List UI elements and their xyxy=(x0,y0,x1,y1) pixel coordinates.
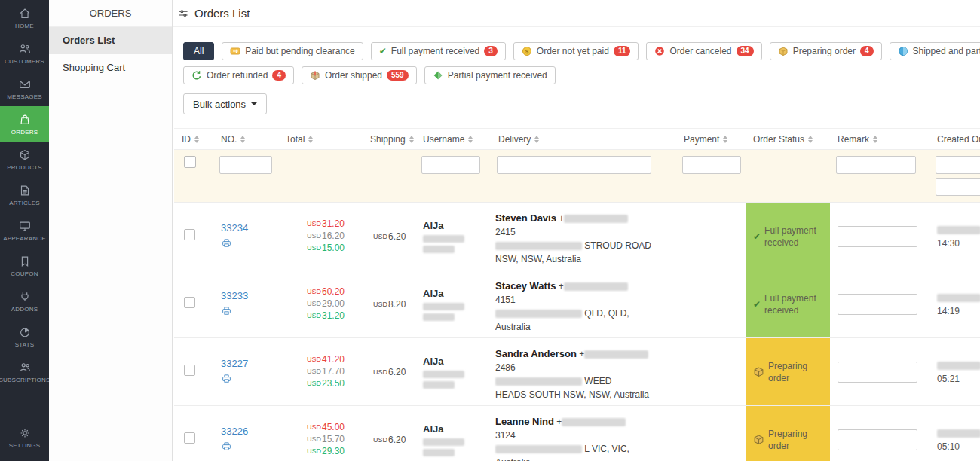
print-icon[interactable] xyxy=(221,237,277,252)
filter-all-button[interactable]: All xyxy=(183,42,214,60)
col-delivery[interactable]: Delivery xyxy=(491,129,676,150)
redacted-address xyxy=(495,310,582,318)
filter-preparing-button[interactable]: Preparing order 4 xyxy=(770,42,882,60)
total-cell: USD45.00 USD15.70 USD29.30 xyxy=(278,406,363,461)
filter-delivery-input[interactable] xyxy=(497,156,651,174)
sidebar-item-customers[interactable]: CUSTOMERS xyxy=(0,35,49,71)
package-icon xyxy=(778,46,789,56)
chevron-down-icon xyxy=(251,102,257,105)
coupon-icon xyxy=(18,255,32,268)
customers-icon xyxy=(18,42,32,56)
print-icon[interactable] xyxy=(221,441,277,455)
print-icon[interactable] xyxy=(221,305,277,319)
col-remark[interactable]: Remark xyxy=(830,129,929,150)
submenu-item-orders-list[interactable]: Orders List xyxy=(49,27,172,54)
check-icon: ✔ xyxy=(753,298,761,310)
filter-created-to-input[interactable] xyxy=(936,178,980,196)
sidebar-item-addons[interactable]: ADDONS xyxy=(0,283,49,319)
main-content: Orders List All Paid but pending clearan… xyxy=(173,0,980,461)
col-order-status[interactable]: Order Status xyxy=(746,129,830,150)
sidebar-label: ORDERS xyxy=(11,129,38,136)
select-all-checkbox[interactable] xyxy=(184,156,196,168)
filter-shipped-button[interactable]: Order shipped 559 xyxy=(302,66,417,84)
redacted-text xyxy=(423,303,464,310)
filter-partial-payment-button[interactable]: Partial payment received xyxy=(424,66,556,84)
col-created-on[interactable]: Created On xyxy=(929,129,980,150)
postcode: 2415 xyxy=(495,225,675,239)
articles-icon xyxy=(18,184,32,197)
sort-icon xyxy=(723,136,727,143)
sidebar-item-orders[interactable]: ORDERS xyxy=(0,106,49,142)
gear-icon xyxy=(18,426,32,440)
orders-list-icon xyxy=(177,8,189,20)
remark-input[interactable] xyxy=(838,429,917,450)
main-sidebar: HOME CUSTOMERS MESSAGES ORDERS PRODUCTS … xyxy=(0,0,49,461)
sidebar-item-stats[interactable]: STATS xyxy=(0,319,49,354)
filter-refunded-button[interactable]: Order refunded 4 xyxy=(183,66,294,84)
sidebar-item-subscriptions[interactable]: SUBSCRIPTIONS xyxy=(0,354,49,389)
col-total[interactable]: Total xyxy=(278,129,363,150)
sidebar-item-products[interactable]: PRODUCTS xyxy=(0,142,49,177)
filter-created-from-input[interactable] xyxy=(936,156,980,174)
order-number-link[interactable]: 33226 xyxy=(221,426,248,437)
app-window: HOME CUSTOMERS MESSAGES ORDERS PRODUCTS … xyxy=(0,0,980,461)
order-number-link[interactable]: 33227 xyxy=(221,358,248,369)
created-on-cell: 05:21 xyxy=(929,338,980,406)
col-shipping[interactable]: Shipping xyxy=(363,129,415,150)
sidebar-item-appearance[interactable]: APPEARANCE xyxy=(0,212,49,248)
count-badge: 34 xyxy=(737,46,754,56)
remark-input[interactable] xyxy=(838,294,917,315)
refund-icon xyxy=(191,70,202,81)
filter-shipped-partial-refund-button[interactable]: Shipped and partially refunded xyxy=(890,42,980,60)
sidebar-item-articles[interactable]: ARTICLES xyxy=(0,177,49,212)
col-no[interactable]: NO. xyxy=(213,129,278,150)
col-username[interactable]: Username xyxy=(415,129,491,150)
filter-not-yet-paid-button[interactable]: $ Order not yet paid 11 xyxy=(513,42,639,60)
filter-username-input[interactable] xyxy=(421,156,480,174)
print-icon[interactable] xyxy=(221,373,277,387)
filter-remark-input[interactable] xyxy=(836,156,916,174)
delivery-cell: Stacey Watts + 4151 QLD, QLD, Australia xyxy=(491,270,676,338)
package-icon xyxy=(753,434,764,445)
shipping-cell: USD6.20 xyxy=(363,203,415,270)
redacted-date xyxy=(937,294,980,302)
username: AlJa xyxy=(423,356,490,367)
package-icon xyxy=(753,366,764,377)
row-checkbox[interactable] xyxy=(184,229,195,240)
filter-canceled-button[interactable]: Order canceled 34 xyxy=(646,42,761,60)
orders-submenu: ORDERS Orders List Shopping Cart xyxy=(49,0,173,461)
order-status-cell: ✔ Full payment received xyxy=(746,270,830,337)
submenu-item-shopping-cart[interactable]: Shopping Cart xyxy=(49,54,172,81)
filter-payment-input[interactable] xyxy=(682,156,741,174)
username-cell: AlJa xyxy=(415,338,491,406)
created-time: 14:30 xyxy=(937,237,980,250)
region: NSW, NSW, Australia xyxy=(495,252,675,266)
messages-icon xyxy=(18,78,32,91)
order-number-link[interactable]: 33233 xyxy=(221,290,248,301)
bulk-actions-button[interactable]: Bulk actions xyxy=(183,93,267,114)
sidebar-label: ADDONS xyxy=(11,306,38,313)
sidebar-item-messages[interactable]: MESSAGES xyxy=(0,71,49,106)
remark-input[interactable] xyxy=(838,226,917,247)
row-checkbox[interactable] xyxy=(184,432,195,444)
order-number-link[interactable]: 33234 xyxy=(221,222,248,234)
recipient-name: Leanne Nind xyxy=(495,416,554,427)
remark-input[interactable] xyxy=(838,362,917,383)
created-time: 14:19 xyxy=(937,304,980,318)
order-row: 33234 USD31.20 USD16.20 USD15.00 USD6.20… xyxy=(174,203,980,270)
filter-full-payment-button[interactable]: ✔ Full payment received 3 xyxy=(371,42,506,60)
row-checkbox[interactable] xyxy=(184,297,195,308)
sidebar-item-home[interactable]: HOME xyxy=(0,0,49,35)
filter-no-input[interactable] xyxy=(219,156,272,174)
col-payment[interactable]: Payment xyxy=(676,129,746,150)
row-checkbox[interactable] xyxy=(184,365,195,376)
redacted-text xyxy=(423,235,464,243)
subscriptions-icon xyxy=(18,361,32,374)
sidebar-item-coupon[interactable]: COUPON xyxy=(0,248,49,283)
filter-paid-pending-button[interactable]: Paid but pending clearance xyxy=(222,42,363,60)
redacted-text xyxy=(423,381,455,389)
status-label: Full payment received xyxy=(764,292,822,316)
col-id[interactable]: ID xyxy=(174,129,213,150)
sidebar-item-settings[interactable]: SETTINGS xyxy=(0,420,49,455)
recipient-name: Steven Davis xyxy=(495,212,556,224)
